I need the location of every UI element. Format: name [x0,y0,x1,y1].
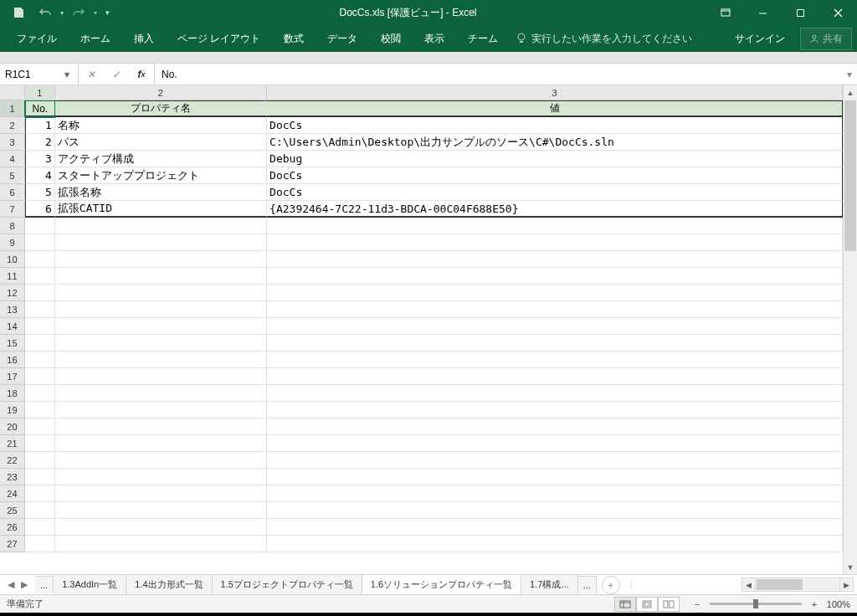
cell[interactable] [55,418,267,435]
cell[interactable]: プロパティ名 [55,100,267,117]
sheet-tab-more-right[interactable]: ... [578,576,597,593]
save-button[interactable] [7,3,30,23]
cell[interactable] [267,234,843,251]
scrollbar-thumb[interactable] [844,100,856,251]
cell[interactable]: アクティブ構成 [55,151,267,167]
cell[interactable] [25,234,55,251]
maximize-button[interactable] [782,0,819,25]
sheet-tab[interactable]: 1.7構成... [521,574,577,596]
row-header[interactable]: 5 [0,167,25,184]
tab-home[interactable]: ホーム [69,25,122,52]
cell[interactable] [267,469,843,485]
scroll-right-icon[interactable]: ▶ [839,578,854,592]
tab-data[interactable]: データ [316,25,369,52]
tab-team[interactable]: チーム [456,25,510,52]
zoom-level[interactable]: 100% [827,599,850,609]
tab-insert[interactable]: 挿入 [122,25,166,52]
cell[interactable]: No. [25,100,55,117]
tab-view[interactable]: 表示 [413,25,456,52]
cell[interactable] [25,335,55,352]
cell[interactable]: 5 [25,184,55,201]
cell[interactable] [267,485,843,502]
cell[interactable] [25,485,55,502]
cell[interactable] [55,452,267,469]
cell[interactable] [25,352,55,368]
row-header[interactable]: 2 [0,117,25,134]
grid-rows[interactable]: 1No.プロパティ名値21名称DocCs32パスC:\Users\Admin\D… [0,100,843,574]
cell[interactable]: 2 [25,134,55,151]
cell[interactable] [25,536,55,552]
cell[interactable] [25,402,55,418]
row-header[interactable]: 25 [0,502,25,519]
undo-button[interactable] [33,3,57,23]
row-header[interactable]: 11 [0,268,25,285]
row-header[interactable]: 3 [0,134,25,151]
cell[interactable] [25,452,55,469]
cell[interactable] [55,335,267,352]
cell[interactable]: 3 [25,151,55,167]
cancel-formula-button[interactable]: ✕ [79,64,104,85]
cell[interactable]: {A2392464-7C22-11d3-BDCA-00C04F688E50} [267,201,843,218]
scroll-left-icon[interactable]: ◀ [742,578,756,592]
signin-link[interactable]: サインイン [726,32,793,46]
select-all-corner[interactable] [0,85,25,100]
cell[interactable] [55,218,267,234]
cell[interactable] [267,418,843,435]
hscroll-track[interactable] [756,578,839,592]
cell[interactable] [267,268,843,285]
sheet-nav-prev-icon[interactable]: ◀ [5,579,17,590]
cell[interactable]: スタートアッププロジェクト [55,167,267,184]
row-header[interactable]: 23 [0,469,25,485]
undo-dropdown-icon[interactable]: ▾ [60,9,64,17]
sheet-tab[interactable]: 1.4出力形式一覧 [126,574,212,596]
cell[interactable] [267,352,843,368]
formula-expand-icon[interactable]: ▾ [847,69,852,80]
cell[interactable] [267,385,843,402]
cell[interactable] [267,368,843,385]
row-header[interactable]: 10 [0,251,25,268]
cell[interactable] [25,435,55,452]
cell[interactable] [25,368,55,385]
cell[interactable] [55,301,267,318]
zoom-out-button[interactable]: − [691,599,703,609]
row-header[interactable]: 22 [0,452,25,469]
cell[interactable]: パス [55,134,267,151]
tab-page-layout[interactable]: ページ レイアウト [166,25,272,52]
cell[interactable] [267,285,843,301]
cell[interactable]: 4 [25,167,55,184]
cell[interactable] [267,502,843,519]
page-layout-view-button[interactable] [636,597,658,612]
row-header[interactable]: 16 [0,352,25,368]
cell[interactable]: 6 [25,201,55,218]
qat-customize-icon[interactable]: ▾ [105,8,110,17]
cell[interactable] [267,218,843,234]
cell[interactable] [25,385,55,402]
redo-dropdown-icon[interactable]: ▾ [94,9,97,17]
cell[interactable] [25,301,55,318]
row-header[interactable]: 14 [0,318,25,335]
cell[interactable] [267,251,843,268]
sheet-tab[interactable]: 1.6ソリューションプロパティ一覧 [362,574,521,596]
cell[interactable]: 値 [267,100,843,117]
row-header[interactable]: 24 [0,485,25,502]
share-button[interactable]: 共有 [800,28,852,50]
tab-split-handle[interactable]: ⋮ [627,579,636,590]
cell[interactable] [55,385,267,402]
tab-review[interactable]: 校閲 [369,25,413,52]
sheet-tab[interactable]: 1.3AddIn一覧 [54,574,126,596]
ribbon-display-options-button[interactable] [706,0,744,25]
close-button[interactable] [819,0,857,25]
column-header[interactable]: 2 [55,85,267,100]
cell[interactable] [25,251,55,268]
row-header[interactable]: 8 [0,218,25,234]
cell[interactable]: 名称 [55,117,267,134]
tell-me-search[interactable]: 実行したい作業を入力してください [516,32,692,46]
enter-formula-button[interactable]: ✓ [104,64,129,85]
cell[interactable]: 拡張CATID [55,201,267,218]
cell[interactable] [267,536,843,552]
cell[interactable] [25,418,55,435]
row-header[interactable]: 18 [0,385,25,402]
vertical-scrollbar[interactable]: ▲ ▼ [843,85,857,574]
cell[interactable] [55,502,267,519]
cell[interactable] [55,234,267,251]
